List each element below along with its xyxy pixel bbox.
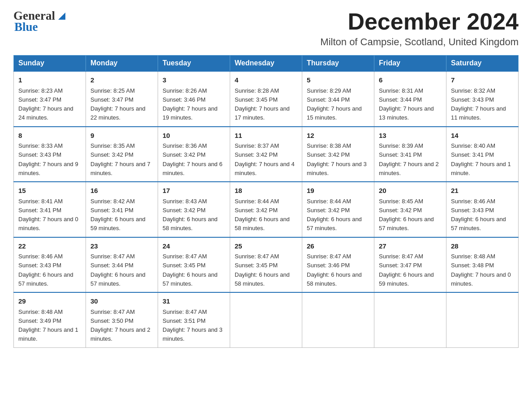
- day-info: Sunrise: 8:47 AMSunset: 3:47 PMDaylight:…: [379, 253, 434, 287]
- table-row: 18 Sunrise: 8:44 AMSunset: 3:42 PMDaylig…: [230, 182, 302, 237]
- table-row: 2 Sunrise: 8:25 AMSunset: 3:47 PMDayligh…: [86, 71, 158, 127]
- day-number: 22: [18, 241, 81, 252]
- table-row: 27 Sunrise: 8:47 AMSunset: 3:47 PMDaylig…: [374, 237, 446, 293]
- calendar-title-area: December 2024 Milton of Campsie, Scotlan…: [320, 9, 519, 48]
- table-row: [302, 292, 374, 347]
- day-number: 10: [163, 131, 225, 141]
- table-row: 3 Sunrise: 8:26 AMSunset: 3:46 PMDayligh…: [158, 71, 230, 127]
- table-row: 17 Sunrise: 8:43 AMSunset: 3:42 PMDaylig…: [158, 182, 230, 237]
- day-info: Sunrise: 8:44 AMSunset: 3:42 PMDaylight:…: [307, 198, 362, 232]
- table-row: 28 Sunrise: 8:48 AMSunset: 3:48 PMDaylig…: [446, 237, 519, 293]
- col-monday: Monday: [86, 56, 158, 72]
- day-number: 4: [235, 75, 297, 86]
- day-info: Sunrise: 8:36 AMSunset: 3:42 PMDaylight:…: [163, 142, 223, 176]
- day-info: Sunrise: 8:32 AMSunset: 3:43 PMDaylight:…: [451, 87, 506, 121]
- col-tuesday: Tuesday: [158, 56, 230, 72]
- table-row: [230, 292, 302, 347]
- day-number: 28: [451, 241, 514, 252]
- day-info: Sunrise: 8:46 AMSunset: 3:43 PMDaylight:…: [451, 198, 506, 232]
- day-info: Sunrise: 8:44 AMSunset: 3:42 PMDaylight:…: [235, 198, 290, 232]
- day-number: 14: [451, 131, 514, 141]
- day-info: Sunrise: 8:23 AMSunset: 3:47 PMDaylight:…: [18, 87, 73, 121]
- table-row: 20 Sunrise: 8:45 AMSunset: 3:42 PMDaylig…: [374, 182, 446, 237]
- table-row: 15 Sunrise: 8:41 AMSunset: 3:41 PMDaylig…: [14, 182, 86, 237]
- day-number: 11: [235, 131, 297, 141]
- table-row: 7 Sunrise: 8:32 AMSunset: 3:43 PMDayligh…: [446, 71, 519, 127]
- day-info: Sunrise: 8:47 AMSunset: 3:45 PMDaylight:…: [163, 253, 218, 287]
- svg-marker-0: [58, 13, 65, 20]
- day-number: 31: [163, 296, 225, 307]
- col-friday: Friday: [374, 56, 446, 72]
- day-info: Sunrise: 8:35 AMSunset: 3:42 PMDaylight:…: [90, 142, 150, 176]
- table-row: 30 Sunrise: 8:47 AMSunset: 3:50 PMDaylig…: [86, 292, 158, 347]
- table-row: 6 Sunrise: 8:31 AMSunset: 3:44 PMDayligh…: [374, 71, 446, 127]
- logo: General Blue: [13, 9, 68, 34]
- day-number: 23: [90, 241, 153, 252]
- day-number: 24: [163, 241, 225, 252]
- day-info: Sunrise: 8:39 AMSunset: 3:41 PMDaylight:…: [379, 142, 439, 176]
- day-info: Sunrise: 8:28 AMSunset: 3:45 PMDaylight:…: [235, 87, 290, 121]
- table-row: 26 Sunrise: 8:47 AMSunset: 3:46 PMDaylig…: [302, 237, 374, 293]
- day-info: Sunrise: 8:46 AMSunset: 3:43 PMDaylight:…: [18, 253, 73, 287]
- day-number: 26: [307, 241, 369, 252]
- day-info: Sunrise: 8:26 AMSunset: 3:46 PMDaylight:…: [163, 87, 218, 121]
- day-info: Sunrise: 8:37 AMSunset: 3:42 PMDaylight:…: [235, 142, 295, 176]
- table-row: 21 Sunrise: 8:46 AMSunset: 3:43 PMDaylig…: [446, 182, 519, 237]
- calendar-table: Sunday Monday Tuesday Wednesday Thursday…: [13, 55, 519, 348]
- table-row: 1 Sunrise: 8:23 AMSunset: 3:47 PMDayligh…: [14, 71, 86, 127]
- day-info: Sunrise: 8:45 AMSunset: 3:42 PMDaylight:…: [379, 198, 434, 232]
- day-info: Sunrise: 8:47 AMSunset: 3:46 PMDaylight:…: [307, 253, 362, 287]
- day-number: 12: [307, 131, 369, 141]
- day-number: 19: [307, 186, 369, 196]
- day-number: 1: [18, 75, 81, 86]
- calendar-header-row: Sunday Monday Tuesday Wednesday Thursday…: [14, 56, 519, 72]
- day-number: 16: [90, 186, 153, 196]
- table-row: 8 Sunrise: 8:33 AMSunset: 3:43 PMDayligh…: [14, 127, 86, 182]
- day-info: Sunrise: 8:47 AMSunset: 3:50 PMDaylight:…: [90, 308, 150, 342]
- day-info: Sunrise: 8:25 AMSunset: 3:47 PMDaylight:…: [90, 87, 146, 121]
- day-number: 29: [18, 296, 81, 307]
- table-row: [446, 292, 519, 347]
- day-number: 27: [379, 241, 442, 252]
- location-subtitle: Milton of Campsie, Scotland, United King…: [320, 36, 519, 48]
- table-row: 16 Sunrise: 8:42 AMSunset: 3:41 PMDaylig…: [86, 182, 158, 237]
- day-number: 15: [18, 186, 81, 196]
- day-number: 6: [379, 75, 442, 86]
- table-row: 23 Sunrise: 8:47 AMSunset: 3:44 PMDaylig…: [86, 237, 158, 293]
- table-row: 22 Sunrise: 8:46 AMSunset: 3:43 PMDaylig…: [14, 237, 86, 293]
- table-row: 10 Sunrise: 8:36 AMSunset: 3:42 PMDaylig…: [158, 127, 230, 182]
- day-info: Sunrise: 8:29 AMSunset: 3:44 PMDaylight:…: [307, 87, 362, 121]
- calendar-week-row: 29 Sunrise: 8:48 AMSunset: 3:49 PMDaylig…: [14, 292, 519, 347]
- calendar-week-row: 15 Sunrise: 8:41 AMSunset: 3:41 PMDaylig…: [14, 182, 519, 237]
- day-number: 2: [90, 75, 153, 86]
- day-number: 18: [235, 186, 297, 196]
- table-row: 25 Sunrise: 8:47 AMSunset: 3:45 PMDaylig…: [230, 237, 302, 293]
- day-info: Sunrise: 8:33 AMSunset: 3:43 PMDaylight:…: [18, 142, 78, 176]
- day-number: 13: [379, 131, 442, 141]
- day-info: Sunrise: 8:47 AMSunset: 3:44 PMDaylight:…: [90, 253, 146, 287]
- day-number: 17: [163, 186, 225, 196]
- day-number: 20: [379, 186, 442, 196]
- table-row: 11 Sunrise: 8:37 AMSunset: 3:42 PMDaylig…: [230, 127, 302, 182]
- day-number: 25: [235, 241, 297, 252]
- table-row: 24 Sunrise: 8:47 AMSunset: 3:45 PMDaylig…: [158, 237, 230, 293]
- logo-blue-text: Blue: [13, 20, 38, 34]
- table-row: 31 Sunrise: 8:47 AMSunset: 3:51 PMDaylig…: [158, 292, 230, 347]
- day-number: 8: [18, 131, 81, 141]
- page-header: General Blue December 2024 Milton of Cam…: [13, 9, 519, 48]
- table-row: 12 Sunrise: 8:38 AMSunset: 3:42 PMDaylig…: [302, 127, 374, 182]
- table-row: 5 Sunrise: 8:29 AMSunset: 3:44 PMDayligh…: [302, 71, 374, 127]
- day-info: Sunrise: 8:42 AMSunset: 3:41 PMDaylight:…: [90, 198, 146, 232]
- month-title: December 2024: [320, 9, 519, 34]
- table-row: [374, 292, 446, 347]
- calendar-week-row: 8 Sunrise: 8:33 AMSunset: 3:43 PMDayligh…: [14, 127, 519, 182]
- table-row: 19 Sunrise: 8:44 AMSunset: 3:42 PMDaylig…: [302, 182, 374, 237]
- day-info: Sunrise: 8:38 AMSunset: 3:42 PMDaylight:…: [307, 142, 367, 176]
- day-info: Sunrise: 8:31 AMSunset: 3:44 PMDaylight:…: [379, 87, 434, 121]
- table-row: 29 Sunrise: 8:48 AMSunset: 3:49 PMDaylig…: [14, 292, 86, 347]
- day-number: 21: [451, 186, 514, 196]
- col-wednesday: Wednesday: [230, 56, 302, 72]
- calendar-week-row: 1 Sunrise: 8:23 AMSunset: 3:47 PMDayligh…: [14, 71, 519, 127]
- calendar-week-row: 22 Sunrise: 8:46 AMSunset: 3:43 PMDaylig…: [14, 237, 519, 293]
- col-sunday: Sunday: [14, 56, 86, 72]
